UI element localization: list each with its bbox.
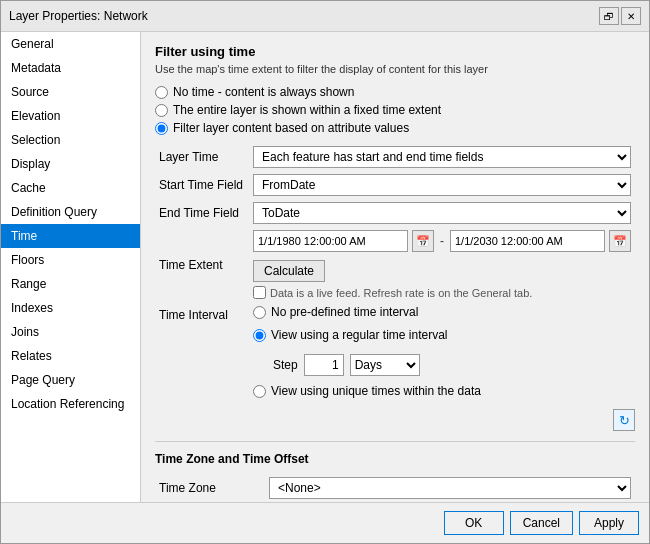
tz-form-table: Time Zone <None>UTCEasternCentralMountai… bbox=[155, 474, 635, 502]
radio-attribute[interactable] bbox=[155, 122, 168, 135]
radio-unique[interactable] bbox=[253, 385, 266, 398]
refresh-container: ↻ bbox=[155, 409, 635, 431]
layer-time-select[interactable]: Each feature has start and end time fiel… bbox=[253, 146, 631, 168]
end-time-label: End Time Field bbox=[155, 199, 249, 227]
tz-section-title: Time Zone and Time Offset bbox=[155, 452, 635, 466]
step-label: Step bbox=[273, 358, 298, 372]
sidebar-item-metadata[interactable]: Metadata bbox=[1, 56, 140, 80]
sidebar-item-selection[interactable]: Selection bbox=[1, 128, 140, 152]
cancel-button[interactable]: Cancel bbox=[510, 511, 573, 535]
time-extent-label: Time Extent bbox=[155, 227, 249, 302]
sidebar: GeneralMetadataSourceElevationSelectionD… bbox=[1, 32, 141, 502]
sidebar-item-elevation[interactable]: Elevation bbox=[1, 104, 140, 128]
start-time-label: Start Time Field bbox=[155, 171, 249, 199]
radio-regular[interactable] bbox=[253, 329, 266, 342]
sidebar-item-time[interactable]: Time bbox=[1, 224, 140, 248]
time-extent-inputs: 📅 - 📅 bbox=[253, 230, 631, 252]
step-unit-select[interactable]: SecondsMinutesHoursDaysWeeksMonthsYears bbox=[350, 354, 420, 376]
radio-regular-label: View using a regular time interval bbox=[271, 328, 448, 342]
live-feed-checkbox[interactable] bbox=[253, 286, 266, 299]
time-interval-cell: No pre-defined time interval View using … bbox=[249, 302, 635, 405]
time-interval-row: Time Interval No pre-defined time interv… bbox=[155, 302, 635, 405]
end-time-select[interactable]: ToDate bbox=[253, 202, 631, 224]
time-interval-options: No pre-defined time interval View using … bbox=[253, 305, 631, 402]
sidebar-item-joins[interactable]: Joins bbox=[1, 320, 140, 344]
sidebar-item-location-referencing[interactable]: Location Referencing bbox=[1, 392, 140, 416]
live-feed-row: Data is a live feed. Refresh rate is on … bbox=[253, 286, 631, 299]
tz-row: Time Zone <None>UTCEasternCentralMountai… bbox=[155, 474, 635, 502]
sidebar-item-page-query[interactable]: Page Query bbox=[1, 368, 140, 392]
sidebar-item-definition-query[interactable]: Definition Query bbox=[1, 200, 140, 224]
time-extent-cell: 📅 - 📅 Calculate Data is a live feed. Ref… bbox=[249, 227, 635, 302]
layer-properties-window: Layer Properties: Network 🗗 ✕ GeneralMet… bbox=[0, 0, 650, 544]
radio-no-predefined-group: No pre-defined time interval bbox=[253, 305, 631, 319]
step-row: Step SecondsMinutesHoursDaysWeeksMonthsY… bbox=[273, 354, 631, 376]
time-end-input[interactable] bbox=[450, 230, 605, 252]
layer-time-cell: Each feature has start and end time fiel… bbox=[249, 143, 635, 171]
sidebar-item-floors[interactable]: Floors bbox=[1, 248, 140, 272]
radio-unique-group: View using unique times within the data bbox=[253, 384, 631, 398]
sidebar-item-range[interactable]: Range bbox=[1, 272, 140, 296]
restore-button[interactable]: 🗗 bbox=[599, 7, 619, 25]
radio-no-predefined-label: No pre-defined time interval bbox=[271, 305, 418, 319]
end-time-row: End Time Field ToDate bbox=[155, 199, 635, 227]
form-table: Layer Time Each feature has start and en… bbox=[155, 143, 635, 405]
end-time-cell: ToDate bbox=[249, 199, 635, 227]
sidebar-item-display[interactable]: Display bbox=[1, 152, 140, 176]
section-divider bbox=[155, 441, 635, 442]
tz-select[interactable]: <None>UTCEasternCentralMountainPacific bbox=[269, 477, 631, 499]
apply-button[interactable]: Apply bbox=[579, 511, 639, 535]
time-start-input[interactable] bbox=[253, 230, 408, 252]
sidebar-item-source[interactable]: Source bbox=[1, 80, 140, 104]
radio-no-time[interactable] bbox=[155, 86, 168, 99]
tz-label: Time Zone bbox=[155, 474, 265, 502]
content-area: GeneralMetadataSourceElevationSelectionD… bbox=[1, 32, 649, 502]
calculate-button[interactable]: Calculate bbox=[253, 260, 325, 282]
sidebar-item-indexes[interactable]: Indexes bbox=[1, 296, 140, 320]
radio-regular-group: View using a regular time interval bbox=[253, 328, 631, 342]
ok-button[interactable]: OK bbox=[444, 511, 504, 535]
time-interval-label: Time Interval bbox=[155, 302, 249, 405]
layer-time-label: Layer Time bbox=[155, 143, 249, 171]
radio-attribute-label: Filter layer content based on attribute … bbox=[173, 121, 409, 135]
radio-fixed-group: The entire layer is shown within a fixed… bbox=[155, 103, 635, 117]
window-controls: 🗗 ✕ bbox=[599, 7, 641, 25]
radio-no-time-group: No time - content is always shown bbox=[155, 85, 635, 99]
radio-unique-label: View using unique times within the data bbox=[271, 384, 481, 398]
filter-desc: Use the map's time extent to filter the … bbox=[155, 63, 635, 75]
start-time-row: Start Time Field FromDate bbox=[155, 171, 635, 199]
radio-attribute-group: Filter layer content based on attribute … bbox=[155, 121, 635, 135]
window-title: Layer Properties: Network bbox=[9, 9, 148, 23]
close-button[interactable]: ✕ bbox=[621, 7, 641, 25]
footer: OK Cancel Apply bbox=[1, 502, 649, 543]
start-time-select[interactable]: FromDate bbox=[253, 174, 631, 196]
title-bar: Layer Properties: Network 🗗 ✕ bbox=[1, 1, 649, 32]
layer-time-row: Layer Time Each feature has start and en… bbox=[155, 143, 635, 171]
main-panel: Filter using time Use the map's time ext… bbox=[141, 32, 649, 502]
filter-title: Filter using time bbox=[155, 44, 635, 59]
sidebar-item-cache[interactable]: Cache bbox=[1, 176, 140, 200]
sidebar-item-relates[interactable]: Relates bbox=[1, 344, 140, 368]
start-calendar-button[interactable]: 📅 bbox=[412, 230, 434, 252]
step-input[interactable] bbox=[304, 354, 344, 376]
radio-fixed[interactable] bbox=[155, 104, 168, 117]
tz-cell: <None>UTCEasternCentralMountainPacific bbox=[265, 474, 635, 502]
radio-fixed-label: The entire layer is shown within a fixed… bbox=[173, 103, 441, 117]
start-time-cell: FromDate bbox=[249, 171, 635, 199]
live-feed-label: Data is a live feed. Refresh rate is on … bbox=[270, 287, 532, 299]
time-dash: - bbox=[438, 234, 446, 248]
sidebar-item-general[interactable]: General bbox=[1, 32, 140, 56]
refresh-button[interactable]: ↻ bbox=[613, 409, 635, 431]
radio-no-predefined[interactable] bbox=[253, 306, 266, 319]
time-extent-row: Time Extent 📅 - 📅 Calculate bbox=[155, 227, 635, 302]
end-calendar-button[interactable]: 📅 bbox=[609, 230, 631, 252]
radio-no-time-label: No time - content is always shown bbox=[173, 85, 354, 99]
